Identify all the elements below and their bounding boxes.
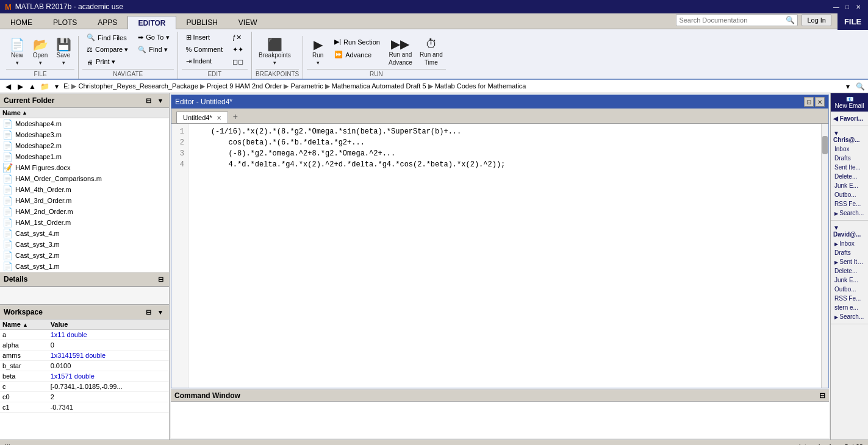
david-outbox[interactable]: Outbo... xyxy=(832,285,867,294)
david-section-title[interactable]: ▼ David@... xyxy=(832,223,867,239)
close-button[interactable]: ✕ xyxy=(853,2,863,12)
advance-button[interactable]: ⏩ Advance xyxy=(330,49,384,60)
david-inbox[interactable]: Inbox xyxy=(832,239,867,248)
workspace-var-row[interactable]: c02 xyxy=(0,392,169,402)
tab-view[interactable]: VIEW xyxy=(228,15,268,29)
search-box[interactable]: 🔍 xyxy=(676,14,798,26)
workspace-options[interactable]: ▾ xyxy=(156,307,165,317)
fx-button[interactable]: ƒ✕ xyxy=(228,32,248,43)
run-section-button[interactable]: ▶| Run Section xyxy=(330,36,384,48)
minimize-button[interactable]: — xyxy=(831,2,841,12)
chris-rss[interactable]: RSS Fe... xyxy=(832,199,867,208)
command-window-body[interactable] xyxy=(171,402,829,407)
file-item[interactable]: 📄HAM_4th_Order.m xyxy=(0,184,169,195)
open-button[interactable]: 📂 Open ▾ xyxy=(29,36,51,68)
file-item[interactable]: 📄HAM_3rd_Order.m xyxy=(0,195,169,206)
david-search[interactable]: Search... xyxy=(832,312,867,321)
value-col-header[interactable]: Value xyxy=(48,319,169,330)
david-rss[interactable]: RSS Fe... xyxy=(832,294,867,303)
chris-drafts[interactable]: Drafts xyxy=(832,154,867,163)
workspace-var-row[interactable]: a1x11 double xyxy=(0,330,169,340)
favorites-title[interactable]: ◀ Favori... xyxy=(832,114,867,123)
scrollbar-thumb[interactable] xyxy=(822,136,828,154)
editor-scrollbar[interactable] xyxy=(821,124,828,388)
folder-panel-options[interactable]: ▾ xyxy=(156,96,165,105)
tab-close-btn[interactable]: ✕ xyxy=(217,115,221,121)
new-email-button[interactable]: 📧 New Email xyxy=(831,93,868,112)
chris-sent[interactable]: Sent Ite... xyxy=(832,163,867,172)
file-item[interactable]: 📄Cast_syst_1.m xyxy=(0,261,169,272)
file-item[interactable]: 📄Modeshape1.m xyxy=(0,151,169,162)
chris-inbox[interactable]: Inbox xyxy=(832,144,867,154)
tab-editor[interactable]: EDITOR xyxy=(127,16,176,29)
workspace-var-row[interactable]: c1-0.7341 xyxy=(0,402,169,413)
workspace-scroll[interactable]: Name ▲ Value a1x11 doublealpha0amms1x314… xyxy=(0,319,169,440)
file-item[interactable]: 📄Modeshape3.m xyxy=(0,129,169,140)
name-col-header[interactable]: Name ▲ xyxy=(0,319,48,330)
chris-search[interactable]: Search... xyxy=(832,208,867,218)
david-drafts[interactable]: Drafts xyxy=(832,248,867,257)
file-item[interactable]: 📄HAM_2nd_Order.m xyxy=(0,206,169,217)
workspace-var-row[interactable]: b_star0.0100 xyxy=(0,361,169,371)
format-button[interactable]: ✦✦ xyxy=(228,44,248,55)
path-dropdown-btn[interactable]: ▾ xyxy=(842,81,853,92)
indent-button[interactable]: ⇥ Indent xyxy=(182,55,228,67)
workspace-var-row[interactable]: alpha0 xyxy=(0,340,169,351)
david-stern[interactable]: stern e... xyxy=(832,303,867,312)
compare-button[interactable]: ⚖ Compare ▾ xyxy=(82,44,132,55)
editor-undock-btn[interactable]: ⊡ xyxy=(804,97,814,107)
details-expand[interactable]: ⊟ xyxy=(156,274,165,284)
find-button[interactable]: 🔍 Find ▾ xyxy=(134,44,173,55)
history-btn[interactable]: ▾ xyxy=(51,81,62,92)
tab-publish[interactable]: PUBLISH xyxy=(176,15,228,29)
workspace-var-row[interactable]: beta1x1571 double xyxy=(0,371,169,382)
comment-button[interactable]: % Comment xyxy=(182,44,228,55)
symbol-button[interactable]: ◻◻ xyxy=(228,56,248,68)
chris-junk[interactable]: Junk E... xyxy=(832,181,867,190)
file-tab[interactable]: FILE xyxy=(838,13,868,30)
file-item[interactable]: 📄Modeshape4.m xyxy=(0,118,169,129)
insert-button[interactable]: ⊞ Insert xyxy=(182,32,228,43)
forward-button[interactable]: ▶ xyxy=(15,81,26,92)
path-search-btn[interactable]: 🔍 xyxy=(855,81,866,92)
login-button[interactable]: Log In xyxy=(802,14,831,26)
file-item[interactable]: 📄HAM_1st_Order.m xyxy=(0,217,169,228)
file-item[interactable]: 📄Cast_syst_2.m xyxy=(0,250,169,261)
workspace-var-row[interactable]: c[-0.7341,-1.0185,-0.99... xyxy=(0,382,169,392)
tab-apps[interactable]: APPS xyxy=(87,15,127,29)
workspace-expand[interactable]: ⊟ xyxy=(143,307,153,317)
print-button[interactable]: 🖨 Print ▾ xyxy=(82,56,132,68)
file-item[interactable]: 📄Cast_syst_3.m xyxy=(0,239,169,250)
breakpoints-button[interactable]: ⬛ Breakpoints ▾ xyxy=(256,36,294,68)
find-files-button[interactable]: 🔍 Find Files xyxy=(82,32,132,43)
up-button[interactable]: ▲ xyxy=(27,81,38,92)
file-item[interactable]: 📄Cast_syst_4.m xyxy=(0,228,169,239)
code-editor[interactable]: (-1/16).*x(2).*(8.*g2.*Omega.*sin(beta).… xyxy=(188,124,821,388)
tab-home[interactable]: HOME xyxy=(0,15,43,29)
run-button[interactable]: ▶ Run ▾ xyxy=(307,36,329,68)
folder-icon-btn[interactable]: 📁 xyxy=(39,81,50,92)
chris-section-title[interactable]: ▼ Chris@... xyxy=(832,129,867,144)
folder-panel-expand[interactable]: ⊟ xyxy=(143,96,153,105)
command-window-expand[interactable]: ⊟ xyxy=(819,391,825,400)
chris-outbox[interactable]: Outbo... xyxy=(832,190,867,199)
david-junk[interactable]: Junk E... xyxy=(832,276,867,285)
maximize-button[interactable]: □ xyxy=(842,2,852,12)
file-item[interactable]: 📄HAM_Order_Comparisons.m xyxy=(0,173,169,184)
search-input[interactable] xyxy=(679,16,786,24)
david-deleted[interactable]: Delete... xyxy=(832,266,867,276)
editor-tab-untitled4[interactable]: Untitled4* ✕ xyxy=(176,112,228,123)
file-list-header[interactable]: Name ▲ xyxy=(0,108,169,118)
tab-plots[interactable]: PLOTS xyxy=(43,15,87,29)
david-sent[interactable]: Sent Ite... xyxy=(832,257,867,266)
back-button[interactable]: ◀ xyxy=(2,81,13,92)
run-time-button[interactable]: ⏱ Run and Time xyxy=(417,36,446,68)
file-item[interactable]: 📝HAM Figures.docx xyxy=(0,162,169,173)
run-advance-button[interactable]: ▶▶ Run and Advance xyxy=(386,36,415,68)
save-button[interactable]: 💾 Save ▾ xyxy=(52,36,74,68)
workspace-var-row[interactable]: amms1x3141591 double xyxy=(0,351,169,361)
chris-deleted[interactable]: Delete... xyxy=(832,172,867,181)
goto-button[interactable]: ➡ Go To ▾ xyxy=(134,32,173,43)
file-item[interactable]: 📄Modeshape2.m xyxy=(0,140,169,151)
new-button[interactable]: 📄 New ▾ xyxy=(6,36,28,68)
